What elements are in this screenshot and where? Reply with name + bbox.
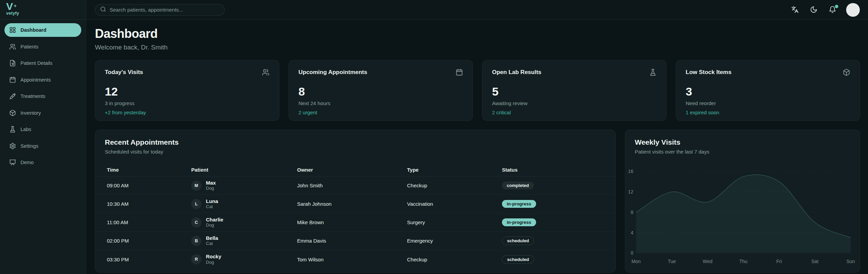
syringe-icon xyxy=(9,93,16,100)
status-cell: in-progress xyxy=(502,200,615,208)
vetyfy-logo-icon: V+ xyxy=(6,1,21,12)
column-header-patient: Patient xyxy=(191,167,297,173)
status-badge: scheduled xyxy=(502,236,534,245)
appointment-type: Vaccination xyxy=(407,201,502,207)
patient-cell: MMaxDog xyxy=(191,180,297,191)
sidebar-item-appointments[interactable]: Appointments xyxy=(4,73,81,87)
owner-name: Sarah Johnson xyxy=(297,201,407,207)
appointment-row-charlie[interactable]: 11:00 AMCCharlieDogMike BrownSurgeryin-p… xyxy=(95,213,615,232)
patient-species: Cat xyxy=(206,204,218,210)
notification-dot xyxy=(835,5,838,8)
svg-text:Wed: Wed xyxy=(703,259,712,264)
notifications-button[interactable] xyxy=(829,6,837,14)
stat-value: 5 xyxy=(492,85,657,98)
sidebar-item-label: Dashboard xyxy=(20,27,46,33)
file-heart-icon xyxy=(9,60,16,67)
search-icon xyxy=(100,6,106,14)
appointment-time: 10:30 AM xyxy=(95,201,191,207)
status-cell: scheduled xyxy=(502,236,615,245)
status-badge: scheduled xyxy=(502,255,534,264)
brand-logo: V+ vetyfy xyxy=(0,0,86,20)
column-header-type: Type xyxy=(407,167,502,173)
stat-value: 3 xyxy=(686,85,850,98)
stats-row: Today's Visits123 in progress+2 from yes… xyxy=(95,60,860,121)
table-header-row: TimePatientOwnerTypeStatus xyxy=(95,163,615,176)
owner-name: Emma Davis xyxy=(297,238,407,244)
search-box xyxy=(95,4,225,16)
page-title: Dashboard xyxy=(95,27,860,41)
appointment-type: Checkup xyxy=(407,257,502,262)
appointment-type: Emergency xyxy=(407,238,502,244)
sidebar-item-label: Inventory xyxy=(20,110,41,116)
sidebar-item-demo[interactable]: Demo xyxy=(4,156,81,169)
package-icon xyxy=(843,69,850,76)
search-input[interactable] xyxy=(110,7,220,13)
patient-avatar: C xyxy=(191,217,201,228)
table-body: 09:00 AMMMaxDogJohn SmithCheckupcomplete… xyxy=(95,176,615,269)
sidebar-item-treatments[interactable]: Treatments xyxy=(4,89,81,103)
status-badge: completed xyxy=(502,182,534,189)
patient-species: Dog xyxy=(206,223,223,228)
stat-value: 12 xyxy=(105,85,269,98)
patient-cell: RRockyDog xyxy=(191,254,297,265)
appointment-row-luna[interactable]: 10:30 AMLLunaCatSarah JohnsonVaccination… xyxy=(95,195,615,213)
status-badge: in-progress xyxy=(502,200,536,208)
stat-title: Low Stock Items xyxy=(686,69,731,76)
language-button[interactable] xyxy=(791,6,799,14)
svg-text:4: 4 xyxy=(631,230,633,235)
stat-title: Open Lab Results xyxy=(492,69,542,76)
moon-icon xyxy=(810,6,817,14)
patient-cell: BBellaCat xyxy=(191,235,297,246)
stat-note: 2 urgent xyxy=(298,110,463,115)
owner-name: John Smith xyxy=(297,183,407,188)
patient-avatar: R xyxy=(191,254,201,264)
status-cell: scheduled xyxy=(502,255,615,264)
calendar-icon xyxy=(9,76,16,83)
patient-cell: LLunaCat xyxy=(191,198,297,210)
sidebar-item-label: Patients xyxy=(20,44,38,49)
stat-title: Today's Visits xyxy=(105,69,143,76)
appointment-type: Surgery xyxy=(407,219,502,225)
sidebar-item-patients[interactable]: Patients xyxy=(4,40,81,54)
column-header-time: Time xyxy=(95,167,191,173)
user-avatar[interactable] xyxy=(846,3,860,17)
brand-name: vetyfy xyxy=(6,11,86,16)
flask-icon xyxy=(9,126,16,133)
appointment-row-max[interactable]: 09:00 AMMMaxDogJohn SmithCheckupcomplete… xyxy=(95,176,615,195)
users-icon xyxy=(9,43,16,50)
recent-appointments-subtitle: Scheduled visits for today xyxy=(105,149,606,155)
sidebar-item-patient-details[interactable]: Patient Details xyxy=(4,56,81,70)
sidebar-item-label: Settings xyxy=(20,143,38,149)
language-icon xyxy=(791,6,799,14)
stat-subtext: Awaiting review xyxy=(492,100,657,106)
appointment-row-rocky[interactable]: 03:30 PMRRockyDogTom WilsonCheckupschedu… xyxy=(95,250,615,269)
patient-name: Luna xyxy=(206,198,218,204)
sidebar-item-label: Demo xyxy=(20,160,34,165)
column-header-owner: Owner xyxy=(297,167,407,173)
stat-subtext: Next 24 hours xyxy=(298,100,463,106)
sidebar-item-settings[interactable]: Settings xyxy=(4,139,81,153)
sidebar-item-label: Treatments xyxy=(20,93,45,99)
stat-note: 2 critical xyxy=(492,110,657,115)
sidebar-item-label: Patient Details xyxy=(20,60,53,66)
svg-text:Tue: Tue xyxy=(668,259,676,264)
patient-avatar: M xyxy=(191,181,201,191)
sidebar-item-dashboard[interactable]: Dashboard xyxy=(4,23,81,37)
main-column: Dashboard Welcome back, Dr. Smith Today'… xyxy=(86,0,868,274)
patient-cell: CCharlieDog xyxy=(191,217,297,228)
appointment-row-bella[interactable]: 02:00 PMBBellaCatEmma DavisEmergencysche… xyxy=(95,232,615,250)
app-window: V+ vetyfy DashboardPatientsPatient Detai… xyxy=(0,0,868,274)
dark-mode-toggle[interactable] xyxy=(810,6,818,14)
appointment-time: 03:30 PM xyxy=(95,257,191,262)
content: Dashboard Welcome back, Dr. Smith Today'… xyxy=(86,20,868,274)
svg-text:Mon: Mon xyxy=(631,259,641,264)
appointment-time: 09:00 AM xyxy=(95,183,191,188)
patient-avatar: L xyxy=(191,199,201,209)
sidebar-item-inventory[interactable]: Inventory xyxy=(4,106,81,120)
sidebar-item-labs[interactable]: Labs xyxy=(4,122,81,136)
appointment-time: 02:00 PM xyxy=(95,238,191,244)
gear-icon xyxy=(9,143,16,149)
svg-text:Sun: Sun xyxy=(846,259,855,264)
sidebar-item-label: Appointments xyxy=(20,77,51,83)
logo-plus-mark: + xyxy=(14,1,17,11)
